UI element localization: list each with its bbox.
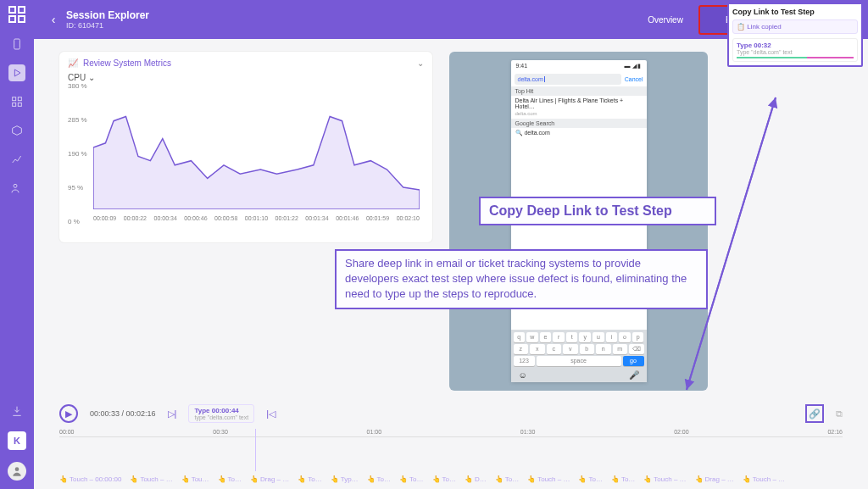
nav-analytics-icon[interactable] [8, 151, 25, 168]
key[interactable]: z [514, 344, 529, 354]
mic-icon[interactable]: 🎤 [629, 370, 639, 380]
back-button[interactable]: ‹ [46, 13, 61, 26]
interaction-item[interactable]: 👆To… [432, 475, 456, 483]
brand-badge[interactable]: K [8, 431, 26, 450]
nav-sessions-icon[interactable] [8, 64, 25, 81]
interaction-item[interactable]: 👆Touch – … [527, 475, 570, 483]
nav-device-icon[interactable] [8, 36, 25, 53]
key[interactable]: i [606, 332, 618, 342]
key[interactable]: n [596, 344, 611, 354]
interaction-item[interactable]: 👆Touch – … [130, 475, 172, 483]
interaction-item[interactable]: 👆Touch – … [643, 475, 686, 483]
interaction-item[interactable]: 👆To… [611, 475, 635, 483]
top-hit-item[interactable]: Delta Air Lines | Flights & Plane Ticket… [511, 96, 647, 111]
key[interactable]: y [579, 332, 591, 342]
key[interactable]: x [530, 344, 545, 354]
link-copied-pill: 📋 Link copied [732, 19, 858, 34]
interaction-item[interactable]: 👆To… [495, 475, 519, 483]
metrics-card: 📈 Review System Metrics ⌄ CPU⌄ 380 % 285… [59, 52, 432, 242]
nav-grid-icon[interactable] [8, 93, 25, 110]
sidebar: K [0, 0, 34, 489]
key[interactable]: e [540, 332, 552, 342]
y-tick: 190 % [68, 150, 87, 158]
copy-link-button[interactable]: 🔗 [805, 404, 824, 423]
key[interactable]: p [632, 332, 644, 342]
interaction-item[interactable]: 👆Tou… [181, 475, 209, 483]
interaction-track: 👆Touch – 00:00:00👆Touch – …👆Tou…👆To…👆Dra… [59, 475, 843, 483]
popover-step[interactable]: Type 00:32 Type "delta.com" text [732, 38, 858, 62]
prev-step-icon[interactable]: ▷| [168, 408, 177, 420]
google-item[interactable]: 🔍 delta.com [511, 128, 647, 138]
interaction-item[interactable]: 👆To… [367, 475, 391, 483]
interaction-item[interactable]: 👆To… [298, 475, 321, 483]
device-time: 9:41 [516, 63, 528, 69]
collapse-icon[interactable]: ⌄ [417, 58, 424, 68]
avatar[interactable] [8, 462, 26, 481]
chart-icon: 📈 [68, 58, 78, 68]
key-123[interactable]: 123 [514, 356, 535, 366]
key[interactable]: c [547, 344, 562, 354]
status-icons: ▬ ◢ ▮ [625, 63, 642, 69]
callout-title: Copy Deep Link to Test Step [479, 197, 716, 225]
top-hit-sub: delta.com [511, 111, 647, 119]
popover-title: Copy Link to Test Step [732, 8, 858, 16]
section-top-hit: Top Hit [511, 86, 647, 96]
interaction-item[interactable]: 👆Touch – … [743, 475, 785, 483]
interaction-item[interactable]: 👆Drag – … [250, 475, 289, 483]
svg-marker-1 [14, 69, 20, 76]
y-tick: 380 % [68, 82, 87, 90]
keyboard: qwertyuiop zxcvbnm⌫ 123 space go ☺🎤 [511, 330, 647, 382]
current-step-chip[interactable]: Type 00:00:44 type "delta.com" text [188, 404, 254, 423]
section-google: Google Search [511, 119, 647, 128]
url-input[interactable]: delta.com​ [515, 74, 621, 85]
callout-body: Share deep link in email or ticket track… [335, 249, 708, 309]
download-icon[interactable] [8, 403, 25, 420]
interaction-item[interactable]: 👆To… [578, 475, 602, 483]
interaction-item[interactable]: 👆Touch – 00:00:00 [59, 475, 121, 483]
player-bar: ▶ 00:00:33 / 00:02:16 ▷| Type 00:00:44 t… [59, 399, 843, 428]
svg-rect-0 [14, 39, 20, 49]
key[interactable]: u [593, 332, 604, 342]
key[interactable]: m [613, 344, 628, 354]
brand-logo [8, 5, 26, 24]
y-tick: 95 % [68, 184, 83, 192]
x-axis: 00:00:0900:00:2200:00:3400:00:4600:00:58… [93, 215, 420, 221]
metrics-title: Review System Metrics [83, 58, 171, 68]
interaction-item[interactable]: 👆Typ… [331, 475, 359, 483]
export-icon[interactable]: ⧉ [836, 408, 843, 420]
tab-overview[interactable]: Overview [632, 10, 698, 30]
playhead[interactable] [255, 429, 256, 471]
key[interactable]: ⌫ [629, 344, 644, 354]
key[interactable]: v [563, 344, 578, 354]
svg-rect-3 [18, 97, 21, 101]
timeline[interactable]: 00:0000:3001:0001:3002:0002:16 [59, 429, 843, 437]
interaction-item[interactable]: 👆To… [399, 475, 423, 483]
nav-box-icon[interactable] [8, 122, 25, 139]
y-tick: 285 % [68, 116, 87, 124]
interaction-item[interactable]: 👆To… [218, 475, 242, 483]
next-step-icon[interactable]: |◁ [266, 408, 275, 420]
page-title: Session Explorer ID: 610471 [66, 9, 149, 30]
key[interactable]: t [566, 332, 578, 342]
svg-point-6 [14, 184, 17, 187]
key[interactable]: r [553, 332, 565, 342]
interaction-item[interactable]: 👆Drag – … [695, 475, 734, 483]
key-space[interactable]: space [537, 356, 621, 366]
svg-rect-5 [18, 103, 21, 106]
y-tick: 0 % [68, 218, 80, 225]
play-button[interactable]: ▶ [59, 404, 78, 423]
metric-selector[interactable]: CPU⌄ [68, 73, 424, 82]
cpu-chart: 380 % 285 % 190 % 95 % 0 % 00:00:0900:00… [68, 86, 424, 221]
emoji-icon[interactable]: ☺ [519, 370, 527, 380]
content: 📈 Review System Metrics ⌄ CPU⌄ 380 % 285… [34, 39, 868, 489]
cancel-button[interactable]: Cancel [625, 76, 643, 82]
interaction-item[interactable]: 👆D… [465, 475, 487, 483]
key[interactable]: w [526, 332, 538, 342]
nav-users-icon[interactable] [8, 180, 25, 197]
key[interactable]: o [619, 332, 631, 342]
key[interactable]: b [580, 344, 595, 354]
key-go[interactable]: go [623, 356, 644, 366]
svg-point-7 [15, 467, 19, 471]
svg-rect-4 [13, 103, 16, 106]
key[interactable]: q [514, 332, 526, 342]
